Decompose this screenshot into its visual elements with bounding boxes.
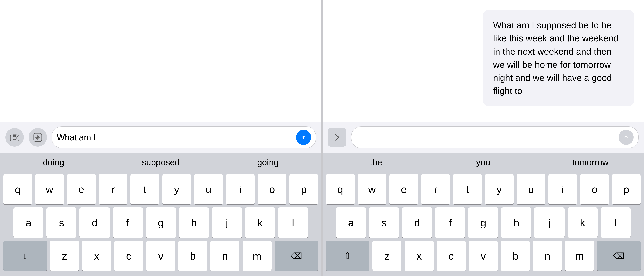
svg-point-1 [13,136,16,140]
right-key-u[interactable]: u [516,174,546,204]
right-keyboard: q w e r t y u i o p a s d f g h j k l ⇧ … [322,172,644,276]
right-key-row-3: ⇧ z x c v b n m ⌫ [326,241,641,271]
right-key-row-2: a s d f g h j k l [326,207,641,238]
left-input-bar: What am I [0,122,322,153]
key-v[interactable]: v [146,241,175,271]
right-key-b[interactable]: b [501,241,530,271]
text-cursor [522,87,523,97]
left-shift-key[interactable]: ⇧ [3,241,47,271]
right-key-x[interactable]: x [404,241,434,271]
left-text-input[interactable]: What am I [52,126,316,148]
right-key-c[interactable]: c [437,241,466,271]
right-key-p[interactable]: p [612,174,641,204]
message-text: What am I supposed be to be like this we… [493,20,618,96]
key-h[interactable]: h [179,207,209,238]
right-key-o[interactable]: o [580,174,609,204]
right-panel: What am I supposed be to be like this we… [322,0,644,276]
left-input-value: What am I [57,132,293,142]
key-d[interactable]: d [80,207,110,238]
camera-icon [10,132,20,142]
key-i[interactable]: i [226,174,255,204]
key-z[interactable]: z [50,241,79,271]
key-p[interactable]: p [290,174,318,204]
svg-point-3 [17,136,18,137]
right-key-r[interactable]: r [421,174,450,204]
message-bubble: What am I supposed be to be like this we… [483,10,634,106]
key-t[interactable]: t [130,174,159,204]
right-key-t[interactable]: t [453,174,482,204]
key-e[interactable]: e [67,174,96,204]
right-key-j[interactable]: j [534,207,564,238]
key-f[interactable]: f [113,207,143,238]
left-send-icon [300,134,307,141]
pred-word-going[interactable]: going [214,153,322,171]
left-predictive-bar: doing supposed going [0,153,322,172]
left-delete-key[interactable]: ⌫ [274,241,318,271]
key-o[interactable]: o [258,174,286,204]
right-pred-word-the[interactable]: the [322,153,430,171]
left-keyboard: q w e r t y u i o p a s d f g h j k l ⇧ … [0,172,322,276]
key-r[interactable]: r [99,174,128,204]
right-key-e[interactable]: e [390,174,418,204]
right-key-row-1: q w e r t y u i o p [326,174,641,204]
camera-button[interactable] [5,128,24,147]
key-w[interactable]: w [35,174,64,204]
right-text-input[interactable] [351,126,639,148]
appstore-button[interactable] [28,128,47,147]
left-top-area [0,0,322,122]
key-u[interactable]: u [194,174,223,204]
right-key-i[interactable]: i [548,174,577,204]
right-key-y[interactable]: y [485,174,514,204]
right-key-l[interactable]: l [600,207,630,238]
right-key-w[interactable]: w [358,174,386,204]
right-pred-word-tomorrow[interactable]: tomorrow [537,153,644,171]
key-c[interactable]: c [114,241,143,271]
right-pred-word-you[interactable]: you [430,153,537,171]
right-key-h[interactable]: h [501,207,531,238]
key-a[interactable]: a [14,207,44,238]
right-key-g[interactable]: g [468,207,498,238]
key-g[interactable]: g [146,207,176,238]
right-key-m[interactable]: m [565,241,594,271]
key-y[interactable]: y [162,174,191,204]
right-send-button[interactable] [618,130,634,145]
left-key-row-3: ⇧ z x c v b n m ⌫ [3,241,318,271]
right-delete-key[interactable]: ⌫ [597,241,641,271]
right-predictive-bar: the you tomorrow [322,153,644,172]
left-send-button[interactable] [296,130,311,145]
pred-word-doing[interactable]: doing [0,153,107,171]
chevron-button[interactable] [328,128,346,147]
right-key-a[interactable]: a [336,207,366,238]
right-input-bar [322,122,644,153]
key-l[interactable]: l [278,207,308,238]
right-send-icon [622,134,630,141]
key-x[interactable]: x [82,241,111,271]
left-key-row-2: a s d f g h j k l [3,207,318,238]
key-m[interactable]: m [242,241,272,271]
chevron-right-icon [332,133,342,142]
key-s[interactable]: s [46,207,76,238]
appstore-icon [33,132,43,142]
right-key-z[interactable]: z [372,241,402,271]
left-panel: What am I doing supposed going q w e r t… [0,0,322,276]
right-shift-key[interactable]: ⇧ [326,241,370,271]
right-key-v[interactable]: v [469,241,498,271]
right-key-s[interactable]: s [369,207,399,238]
right-key-k[interactable]: k [568,207,598,238]
key-k[interactable]: k [245,207,275,238]
right-key-d[interactable]: d [402,207,432,238]
right-top-area: What am I supposed be to be like this we… [322,0,644,122]
right-key-q[interactable]: q [326,174,355,204]
key-j[interactable]: j [212,207,242,238]
key-q[interactable]: q [3,174,32,204]
key-b[interactable]: b [178,241,207,271]
pred-word-supposed[interactable]: supposed [107,153,214,171]
left-key-row-1: q w e r t y u i o p [3,174,318,204]
right-key-f[interactable]: f [435,207,465,238]
right-key-n[interactable]: n [533,241,562,271]
key-n[interactable]: n [210,241,239,271]
